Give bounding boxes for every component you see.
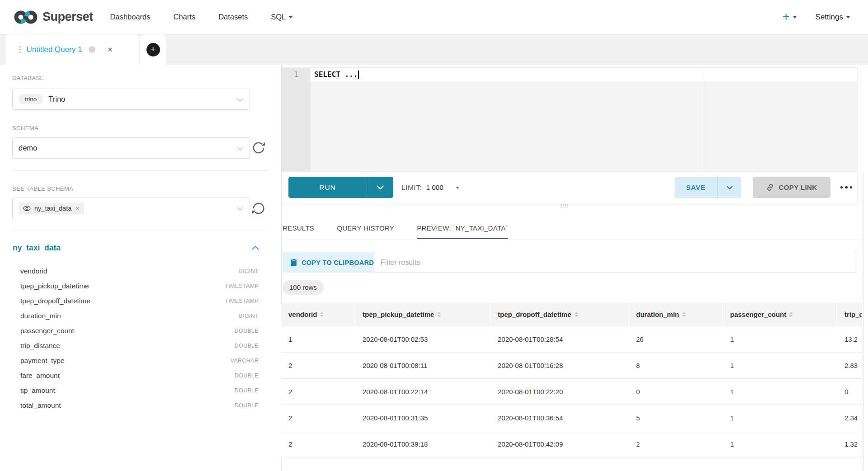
header-vendorid[interactable]: vendorid <box>281 302 355 326</box>
column-row-tpep-pickup-datetime[interactable]: tpep_pickup_datetime TIMESTAMP <box>12 278 259 293</box>
column-type: DOUBLE <box>235 343 259 349</box>
column-row-vendorid[interactable]: vendorid BIGINT <box>12 264 259 278</box>
column-name: trip_distance <box>20 342 60 350</box>
print-margin-line <box>705 68 705 171</box>
collapse-chevron-up-icon[interactable] <box>252 246 259 250</box>
chevron-down-icon <box>289 16 292 19</box>
save-button[interactable]: SAVE <box>675 177 741 198</box>
column-name: tpep_pickup_datetime <box>20 282 89 290</box>
scrollbar-track[interactable] <box>863 172 864 471</box>
save-options-button[interactable] <box>717 177 741 198</box>
nav-sql[interactable]: SQL <box>271 13 292 21</box>
schema-select[interactable]: demo <box>12 137 250 159</box>
header-label: tpep_dropoff_datetime <box>498 311 571 318</box>
cell: 1 <box>723 353 837 378</box>
chevron-down-icon <box>846 16 850 19</box>
column-row-passenger-count[interactable]: passenger_count DOUBLE <box>12 323 259 338</box>
nav-datasets[interactable]: Datasets <box>218 13 248 21</box>
editor-bottom-border <box>282 171 858 172</box>
database-select[interactable]: trino Trino <box>12 89 250 110</box>
add-query-tab-button[interactable]: + <box>140 34 166 65</box>
cell: 1 <box>281 326 355 352</box>
table-row: 1 2020-08-01T00:02:53 2020-08-01T00:28:5… <box>281 326 862 353</box>
close-icon[interactable]: ✕ <box>107 46 113 54</box>
header-tpep-dropoff-datetime[interactable]: tpep_dropoff_datetime <box>491 302 629 326</box>
tab-preview-ny-taxi-data[interactable]: PREVIEW: `NY_TAXI_DATA` <box>417 224 508 239</box>
column-row-trip-distance[interactable]: trip_distance DOUBLE <box>12 338 259 353</box>
header-tpep-pickup-datetime[interactable]: tpep_pickup_datetime <box>355 302 491 326</box>
query-tab-untitled-query-1[interactable]: Untitled Query 1 ✕ <box>5 34 139 65</box>
column-name: duration_min <box>20 312 61 320</box>
new-item-menu[interactable]: + <box>783 11 797 23</box>
sort-icon <box>789 312 793 317</box>
cell: 2 <box>281 353 355 378</box>
copy-link-button[interactable]: COPY LINK <box>753 177 830 198</box>
settings-menu[interactable]: Settings <box>816 13 850 22</box>
column-row-fare-amount[interactable]: fare_amount DOUBLE <box>12 368 259 383</box>
cell: 2 <box>281 405 355 431</box>
table-row: 2 2020-08-01T00:39:18 2020-08-01T00:42:0… <box>281 431 862 457</box>
query-status-dot <box>89 46 95 53</box>
remove-table-icon[interactable]: ✕ <box>75 205 80 212</box>
run-button[interactable]: RUN <box>288 177 393 198</box>
column-type: DOUBLE <box>235 402 259 409</box>
header-label: duration_min <box>636 311 679 318</box>
tab-results[interactable]: RESULTS <box>283 224 314 239</box>
limit-dropdown[interactable]: LIMIT: 1 000 <box>401 177 459 198</box>
save-label[interactable]: SAVE <box>675 177 717 198</box>
header-duration-min[interactable]: duration_min <box>629 302 723 326</box>
column-name: payment_type <box>20 357 64 365</box>
column-name: passenger_count <box>20 327 74 335</box>
column-type: DOUBLE <box>235 328 259 334</box>
copy-to-clipboard-button[interactable]: COPY TO CLIPBOARD <box>283 252 382 273</box>
sort-icon <box>437 312 441 317</box>
nav-dashboards[interactable]: Dashboards <box>110 13 151 21</box>
drag-handle-icon[interactable] <box>19 46 21 53</box>
run-options-button[interactable] <box>367 177 393 198</box>
filter-results-input[interactable] <box>374 252 857 273</box>
tab-query-history[interactable]: QUERY HISTORY <box>337 224 394 239</box>
cell: 26 <box>629 326 723 352</box>
superset-logo[interactable]: Superset <box>14 9 93 25</box>
run-label[interactable]: RUN <box>288 177 367 198</box>
sort-icon <box>320 312 324 317</box>
editor-gutter: 1 <box>282 68 311 171</box>
plus-icon: + <box>783 11 790 23</box>
cell: 2020-08-01T00:28:54 <box>491 326 629 352</box>
column-row-total-amount[interactable]: total_amount DOUBLE <box>12 398 259 413</box>
column-type: DOUBLE <box>235 387 259 394</box>
header-label: trip_distance <box>844 311 862 318</box>
cell: 0 <box>837 379 862 405</box>
refresh-schema-icon[interactable] <box>251 141 266 155</box>
cell: 2020-08-01T00:16:28 <box>491 353 629 378</box>
row-count-badge: 100 rows <box>283 280 324 295</box>
database-value: Trino <box>48 95 65 104</box>
cell: 1 <box>723 405 837 431</box>
table-row: 2 2020-08-01T00:08:11 2020-08-01T00:16:2… <box>281 353 862 379</box>
nav-charts[interactable]: Charts <box>174 13 196 21</box>
cell: 2020-08-01T00:31:35 <box>355 405 491 431</box>
chevron-down-icon <box>237 207 243 211</box>
database-engine-tag: trino <box>19 94 43 104</box>
sql-editor[interactable]: SELECT ... <box>311 68 857 171</box>
query-tab-label: Untitled Query 1 <box>27 45 82 54</box>
pane-resize-grip[interactable] <box>561 204 568 207</box>
nav-sql-label: SQL <box>271 13 286 21</box>
header-passenger-count[interactable]: passenger_count <box>723 302 837 326</box>
column-row-tip-amount[interactable]: tip_amount DOUBLE <box>12 383 259 398</box>
chevron-down-icon <box>377 185 384 189</box>
cell: 2020-08-01T00:22:20 <box>491 379 629 405</box>
refresh-table-icon[interactable] <box>251 201 266 216</box>
table-schema-title: ny_taxi_data <box>13 243 61 253</box>
column-list: vendorid BIGINT tpep_pickup_datetime TIM… <box>12 264 259 413</box>
table-schema-select[interactable]: ny_taxi_data ✕ <box>12 198 250 219</box>
eye-icon <box>23 206 31 211</box>
column-row-payment-type[interactable]: payment_type VARCHAR <box>12 353 259 368</box>
plus-icon: + <box>146 43 160 57</box>
line-number: 1 <box>282 68 311 79</box>
column-row-duration-min[interactable]: duration_min BIGINT <box>12 308 259 323</box>
cell: 5 <box>629 405 723 431</box>
column-row-tpep-dropoff-datetime[interactable]: tpep_dropoff_datetime TIMESTAMP <box>12 293 259 308</box>
header-trip-distance[interactable]: trip_distance <box>837 302 862 326</box>
more-options-button[interactable] <box>835 177 858 198</box>
